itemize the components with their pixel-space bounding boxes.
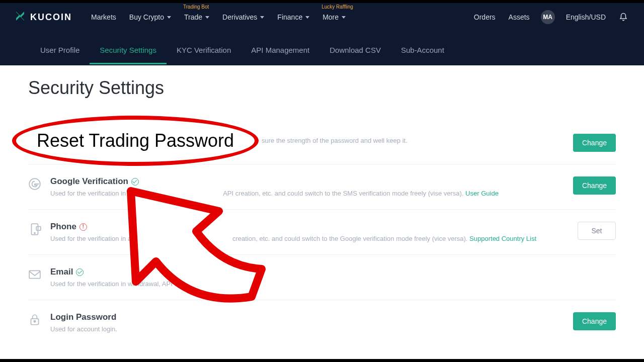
trading-password-desc: sure the strength of the password and we… xyxy=(50,137,563,144)
tab-kyc[interactable]: KYC Verification xyxy=(167,36,241,64)
tab-security-settings[interactable]: Security Settings xyxy=(90,36,167,64)
nav-trade-label: Trade xyxy=(184,13,202,21)
svg-point-2 xyxy=(34,233,35,234)
set-phone-button[interactable]: Set xyxy=(578,222,616,240)
bell-icon xyxy=(619,13,628,22)
header: KUCOIN Markets Buy Crypto Trading Bot Tr… xyxy=(0,0,644,65)
phone-desc-text: Used for the verification in account cre… xyxy=(50,235,469,242)
supported-country-link[interactable]: Supported Country List xyxy=(469,235,536,242)
chevron-down-icon xyxy=(260,16,264,19)
nav-more-label: More xyxy=(323,13,339,21)
topbar: KUCOIN Markets Buy Crypto Trading Bot Tr… xyxy=(0,0,644,34)
content: Security Settings sure the strength of t… xyxy=(0,65,644,345)
tab-api[interactable]: API Management xyxy=(241,36,319,64)
google-verification-label: Google Verification xyxy=(50,176,128,187)
chevron-down-icon xyxy=(305,16,309,19)
row-trading-password: sure the strength of the password and we… xyxy=(28,106,616,164)
row-email: Email Used for the verification in withd… xyxy=(28,255,616,300)
nav-assets[interactable]: Assets xyxy=(507,10,532,24)
kucoin-logo-icon xyxy=(14,10,26,24)
nav-locale[interactable]: English/USD xyxy=(564,10,608,24)
phone-label: Phone xyxy=(50,222,76,232)
email-title: Email xyxy=(50,267,606,277)
nav-trade-badge: Trading Bot xyxy=(183,4,209,10)
google-verification-desc: Used for the verification in acco API cr… xyxy=(50,190,563,197)
row-google-verification: Google Verification Used for the verific… xyxy=(28,164,616,210)
row-phone: Phone Used for the verification in accou… xyxy=(28,210,616,255)
nav-finance-label: Finance xyxy=(277,13,302,21)
nav-more[interactable]: Lucky Raffling More xyxy=(317,8,351,26)
change-trading-password-button[interactable]: Change xyxy=(573,134,616,152)
nav-derivatives[interactable]: Derivatives xyxy=(217,8,269,26)
lock-icon xyxy=(28,312,50,326)
email-icon xyxy=(28,267,50,281)
nav-more-badge: Lucky Raffling xyxy=(321,4,353,10)
login-password-desc: Used for account login. xyxy=(50,325,563,333)
google-icon xyxy=(28,176,50,191)
alert-icon xyxy=(79,223,87,231)
svg-rect-3 xyxy=(36,227,41,231)
user-guide-link[interactable]: User Guide xyxy=(465,190,499,197)
nav-buy-crypto[interactable]: Buy Crypto xyxy=(124,8,176,26)
login-password-title: Login Password xyxy=(50,312,563,322)
phone-title: Phone xyxy=(50,222,568,232)
phone-desc: Used for the verification in account cre… xyxy=(50,235,568,242)
subnav-tabs: User Profile Security Settings KYC Verif… xyxy=(0,34,644,65)
nav-orders[interactable]: Orders xyxy=(472,10,498,24)
page-title: Security Settings xyxy=(28,77,616,99)
chevron-down-icon xyxy=(167,16,171,19)
nav-buy-label: Buy Crypto xyxy=(129,13,164,21)
chevron-down-icon xyxy=(205,16,209,19)
avatar[interactable]: MA xyxy=(541,10,555,24)
main-nav: Markets Buy Crypto Trading Bot Trade Der… xyxy=(86,8,472,26)
logo[interactable]: KUCOIN xyxy=(14,10,72,24)
nav-markets[interactable]: Markets xyxy=(86,8,121,26)
svg-rect-4 xyxy=(29,270,40,278)
brand-text: KUCOIN xyxy=(30,12,72,23)
change-login-password-button[interactable]: Change xyxy=(573,312,616,330)
check-icon xyxy=(131,178,139,186)
row-login-password: Login Password Used for account login. C… xyxy=(28,300,616,345)
phone-icon xyxy=(28,222,50,236)
google-verification-title: Google Verification xyxy=(50,176,563,187)
nav-trade[interactable]: Trading Bot Trade xyxy=(179,8,214,26)
email-desc: Used for the verification in withdrawal,… xyxy=(50,280,606,288)
tab-user-profile[interactable]: User Profile xyxy=(30,36,90,64)
email-label: Email xyxy=(50,267,73,277)
nav-finance[interactable]: Finance xyxy=(272,8,314,26)
svg-point-6 xyxy=(34,321,35,322)
nav-derivatives-label: Derivatives xyxy=(222,13,257,21)
tab-sub-account[interactable]: Sub-Account xyxy=(391,36,454,64)
check-icon xyxy=(76,268,84,276)
chevron-down-icon xyxy=(342,16,346,19)
google-desc-text: Used for the verification in acco API cr… xyxy=(50,190,465,197)
tab-download-csv[interactable]: Download CSV xyxy=(319,36,391,64)
right-nav: Orders Assets MA English/USD xyxy=(472,10,630,25)
change-google-button[interactable]: Change xyxy=(573,176,616,195)
trading-password-icon xyxy=(28,134,50,135)
notifications-button[interactable] xyxy=(617,10,630,25)
